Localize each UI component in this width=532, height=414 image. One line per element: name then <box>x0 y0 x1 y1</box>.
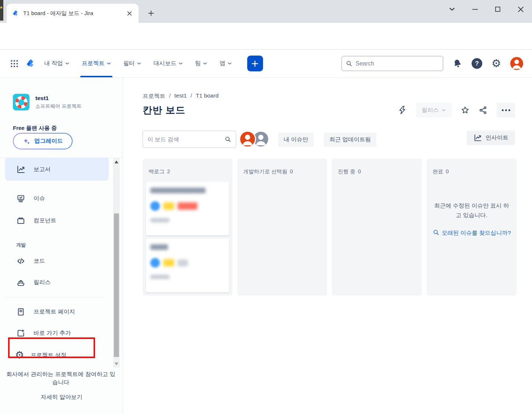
scroll-down-arrow-icon[interactable] <box>115 362 118 365</box>
window-maximize-button[interactable] <box>486 0 509 18</box>
chevron-down-icon <box>203 62 207 65</box>
find-old-issues-link[interactable]: 오래된 이슈를 찾으십니까? <box>427 228 517 238</box>
breadcrumb-board-name[interactable]: T1 board <box>196 92 218 100</box>
scrollbar-thumb[interactable] <box>114 213 119 357</box>
sidebar-item-components[interactable]: 컴포넌트 <box>5 212 109 229</box>
notifications-bell-icon[interactable] <box>451 57 463 70</box>
new-tab-button[interactable] <box>146 8 156 18</box>
settings-gear-icon[interactable]: ⚙ <box>491 58 501 69</box>
nav-my-work[interactable]: 내 작업 <box>40 50 74 77</box>
release-dropdown[interactable]: 릴리스 <box>416 103 452 117</box>
chevron-down-icon <box>107 62 111 65</box>
jira-top-nav: 내 작업 프로젝트 필터 대시보드 팀 앱 <box>0 50 532 78</box>
search-icon <box>433 229 440 236</box>
breadcrumb-projects[interactable]: 프로젝트 <box>143 92 165 100</box>
star-favorite-icon[interactable] <box>461 106 470 115</box>
filter-recently-updated-button[interactable]: 최근 업데이트됨 <box>324 132 377 147</box>
project-sidebar: test1 소프트웨어 프로젝트 Free 플랜 사용 중 업그레이드 보고서 … <box>0 78 123 414</box>
reports-chart-icon <box>16 165 25 174</box>
window-close-button[interactable] <box>509 0 532 18</box>
plan-label: Free 플랜 사용 중 <box>13 125 57 132</box>
insights-chart-icon <box>473 134 482 142</box>
add-shortcut-icon <box>16 329 25 338</box>
background-window-edge <box>0 0 3 21</box>
tab-title: T1 board - 애자일 보드 - Jira <box>23 10 122 17</box>
issue-type-icon <box>150 201 160 211</box>
upgrade-button[interactable]: 업그레이드 <box>13 133 73 149</box>
board-search[interactable] <box>143 131 236 148</box>
jira-profile-avatar[interactable] <box>510 57 523 70</box>
code-icon <box>16 256 25 266</box>
card-title-redacted <box>150 188 206 193</box>
chevron-down-icon <box>228 62 232 65</box>
scroll-up-arrow-icon[interactable] <box>115 160 118 163</box>
components-icon <box>16 216 25 225</box>
search-icon <box>346 60 353 67</box>
global-search-input[interactable] <box>356 60 439 67</box>
global-search[interactable] <box>342 56 443 71</box>
browser-toolbar: .atlassian.net/jira/software/c/projects/… <box>0 23 532 50</box>
tab-close-icon[interactable] <box>125 9 133 17</box>
card-tag-redacted <box>163 202 174 210</box>
filter-my-issues-button[interactable]: 내 이슈만 <box>278 132 314 147</box>
column-header: 백로그2 <box>143 159 232 179</box>
tab-strip: T1 board - 애자일 보드 - Jira <box>0 0 532 23</box>
sidebar-item-project-settings[interactable]: ⚙ 프로젝트 설정 <box>5 346 109 364</box>
project-avatar-lifebuoy-icon[interactable] <box>13 94 29 110</box>
app-switcher-icon[interactable] <box>10 59 19 68</box>
column-header: 진행 중0 <box>332 159 422 179</box>
create-button[interactable] <box>247 56 263 71</box>
sidebar-item-issues[interactable]: 이슈 <box>5 190 109 207</box>
project-name: test1 <box>35 95 81 102</box>
issues-icon <box>16 194 25 203</box>
more-options-button[interactable] <box>497 103 515 117</box>
breadcrumb-project-name[interactable]: test1 <box>174 92 187 100</box>
card-tag-redacted <box>178 202 197 210</box>
sidebar-divider <box>5 297 105 297</box>
card-tag-redacted <box>163 259 174 266</box>
lightning-icon[interactable] <box>398 105 407 115</box>
browser-tab[interactable]: T1 board - 애자일 보드 - Jira <box>7 4 139 23</box>
member-avatar[interactable] <box>239 131 256 148</box>
window-minimize-button[interactable] <box>463 0 486 18</box>
insights-button[interactable]: 인사이트 <box>467 131 515 145</box>
kanban-columns: 백로그2 <box>143 159 517 296</box>
nav-projects[interactable]: 프로젝트 <box>77 50 115 77</box>
column-header: 완료0 <box>427 159 517 179</box>
chevron-down-icon <box>65 62 69 65</box>
card-key-redacted <box>150 275 169 279</box>
chevron-down-icon <box>179 62 183 65</box>
done-empty-message: 최근에 수정된 이슈만 표시 하고 있습니다. <box>427 179 517 220</box>
column-count: 0 <box>358 169 361 174</box>
jira-logo[interactable] <box>25 58 36 69</box>
project-settings-gear-icon: ⚙ <box>15 350 24 360</box>
column-count: 2 <box>167 169 170 174</box>
nav-filters[interactable]: 필터 <box>119 50 146 77</box>
card-key-redacted <box>150 218 169 222</box>
nav-teams[interactable]: 팀 <box>191 50 212 77</box>
issue-card[interactable] <box>146 238 229 293</box>
tab-search-chevron-icon[interactable] <box>441 0 463 18</box>
learn-more-link[interactable]: 자세히 알아보기 <box>0 393 123 401</box>
issue-card[interactable] <box>146 182 229 236</box>
card-title-redacted <box>150 244 168 250</box>
column-in-progress: 진행 중0 <box>332 159 422 296</box>
sidebar-item-project-pages[interactable]: 프로젝트 페이지 <box>5 303 109 321</box>
board-search-input[interactable] <box>147 136 224 143</box>
column-count: 0 <box>290 169 293 174</box>
sidebar-item-code[interactable]: 코드 <box>5 252 109 270</box>
card-tag-redacted <box>178 259 188 266</box>
column-header: 개발하기로 선택됨0 <box>237 159 327 179</box>
project-type: 소프트웨어 프로젝트 <box>35 103 81 110</box>
sidebar-item-reports[interactable]: 보고서 <box>5 158 109 181</box>
help-icon[interactable]: ? <box>472 58 482 69</box>
sidebar-item-releases[interactable]: 릴리스 <box>5 273 109 291</box>
issue-type-icon <box>150 258 160 268</box>
share-icon[interactable] <box>479 106 488 115</box>
nav-apps[interactable]: 앱 <box>215 50 236 77</box>
nav-dashboards[interactable]: 대시보드 <box>149 50 187 77</box>
chevron-down-icon <box>137 62 141 65</box>
sparkle-icon <box>22 137 31 145</box>
sidebar-scrollbar[interactable] <box>113 158 120 368</box>
sidebar-item-add-shortcut[interactable]: 바로 가기 추가 <box>5 324 109 342</box>
